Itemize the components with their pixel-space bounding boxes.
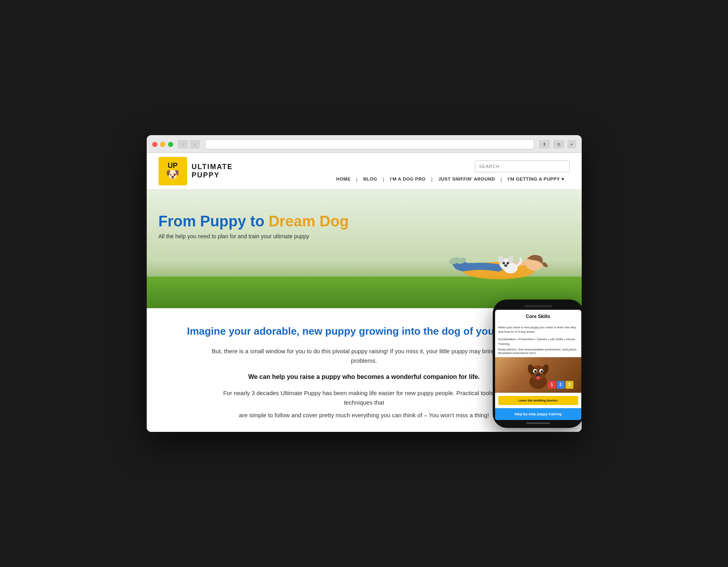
- address-bar[interactable]: [205, 139, 534, 149]
- nav-getting-puppy-label: I'M GETTING A PUPPY: [508, 177, 560, 181]
- nav-home[interactable]: HOME: [331, 177, 356, 181]
- girl-figure: [448, 255, 548, 279]
- number-blocks: 1 2 3: [548, 381, 573, 389]
- nav-arrows: ‹ ›: [178, 140, 200, 149]
- hero-illustration: [420, 202, 570, 292]
- svg-point-20: [536, 376, 540, 379]
- logo-puppy: PUPPY: [192, 171, 233, 180]
- close-button[interactable]: [152, 142, 157, 147]
- nav-blog[interactable]: BLOG: [358, 177, 383, 181]
- browser-actions: ⬆ ⧉ +: [539, 140, 576, 149]
- site-header: UP 🐶 ULTIMATE PUPPY HOME | BLOG | I'M A …: [147, 153, 582, 190]
- back-button[interactable]: ‹: [178, 140, 188, 149]
- browser-window: ‹ › ⬆ ⧉ + UP 🐶 ULTIMATE PUPPY: [147, 135, 582, 431]
- phone-notch: [524, 305, 552, 307]
- phone-section-title: Core Skills: [495, 310, 581, 322]
- forward-button[interactable]: ›: [190, 140, 200, 149]
- nav-getting-puppy[interactable]: I'M GETTING A PUPPY ▾: [502, 176, 570, 182]
- hero-title-dream: Dream Dog: [269, 213, 349, 230]
- home-indicator-bar: [526, 422, 550, 424]
- maximize-button[interactable]: [168, 142, 173, 147]
- nav-dog-pro[interactable]: I'M A DOG PRO: [384, 177, 431, 181]
- phone-skills: Socialization • Prevention • Games • Lif…: [495, 337, 581, 347]
- phone-puppy-image: 1 2 3: [495, 357, 581, 393]
- phone-home-indicator: [495, 420, 581, 426]
- phone-bottom-bar[interactable]: Step-by-step puppy training: [495, 408, 581, 420]
- svg-point-8: [503, 262, 505, 264]
- share-button[interactable]: ⬆: [539, 140, 550, 149]
- header-right: HOME | BLOG | I'M A DOG PRO | JUST SNIFF…: [331, 160, 569, 182]
- logo-dog-icon: 🐶: [166, 169, 180, 180]
- hero-title-part1: From Puppy to: [159, 213, 269, 230]
- block-2: 2: [557, 381, 565, 389]
- svg-point-10: [504, 264, 507, 267]
- hero-title: From Puppy to Dream Dog: [159, 213, 349, 230]
- minimize-button[interactable]: [160, 142, 165, 147]
- logo-block[interactable]: UP 🐶 ULTIMATE PUPPY: [159, 157, 233, 185]
- svg-point-18: [541, 370, 543, 373]
- search-input[interactable]: [475, 160, 570, 172]
- phone-screen: Core Skills When you have a new puppy yo…: [495, 310, 581, 420]
- nav-sniffin[interactable]: JUST SNIFFIN' AROUND: [433, 177, 500, 181]
- dropdown-arrow-icon: ▾: [562, 176, 564, 182]
- browser-chrome: ‹ › ⬆ ⧉ +: [147, 135, 582, 153]
- logo-ultimate: ULTIMATE: [192, 163, 233, 171]
- main-body-3: are simple to follow and cover pretty mu…: [210, 411, 518, 420]
- hero-text-block: From Puppy to Dream Dog All the help you…: [159, 213, 349, 239]
- svg-point-17: [534, 370, 537, 373]
- hero-section: From Puppy to Dream Dog All the help you…: [147, 190, 582, 308]
- hero-subtitle: All the help you need to plan for and tr…: [159, 233, 349, 239]
- block-1: 1: [548, 381, 556, 389]
- tab-button[interactable]: ⧉: [553, 140, 564, 149]
- svg-point-19: [536, 373, 541, 377]
- logo-badge: UP 🐶: [159, 157, 187, 185]
- block-3: 3: [565, 381, 573, 389]
- main-nav: HOME | BLOG | I'M A DOG PRO | JUST SNIFF…: [331, 176, 569, 182]
- phone-description: When you have a new puppy you need to le…: [495, 322, 581, 337]
- svg-point-9: [507, 262, 509, 264]
- phone-cta-button[interactable]: Learn the building blocks!: [498, 396, 578, 405]
- main-body-1: But, there is a small window for you to …: [210, 347, 518, 365]
- logo-text: ULTIMATE PUPPY: [192, 163, 233, 180]
- phone-notch-bar: [495, 305, 581, 307]
- mobile-phone: Core Skills When you have a new puppy yo…: [493, 300, 582, 428]
- traffic-lights: [152, 142, 173, 147]
- new-tab-button[interactable]: +: [567, 140, 576, 149]
- phone-italic-text: Read articles, find downloadable workshe…: [495, 348, 581, 357]
- main-body-2: For nearly 3 decades Ultimate Puppy has …: [210, 388, 518, 407]
